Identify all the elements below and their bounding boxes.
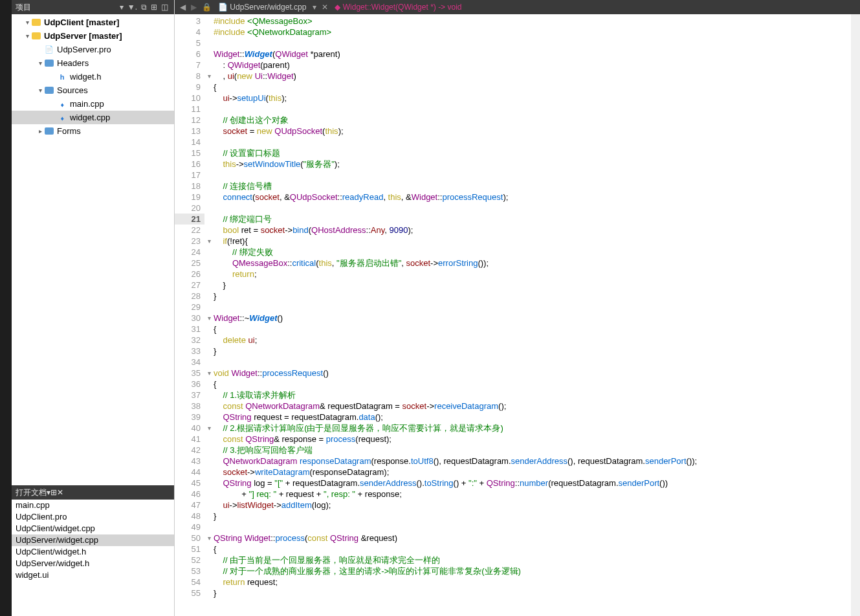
tree-item[interactable]: ⬧widget.cpp xyxy=(12,111,174,124)
close-icon[interactable]: ✕ xyxy=(57,488,63,497)
tree-item[interactable]: ▾Sources xyxy=(12,83,174,97)
symbol-crumb[interactable]: ◆ Widget::Widget(QWidget *) -> void xyxy=(335,3,461,12)
doc-item[interactable]: main.cpp xyxy=(12,500,174,511)
scrollbar[interactable] xyxy=(851,14,860,616)
tree-item[interactable]: ⬧main.cpp xyxy=(12,97,174,111)
fold-column[interactable]: ▾▾▾▾▾▾ xyxy=(204,14,214,616)
forward-icon[interactable]: ▶ xyxy=(191,3,197,12)
lock-icon[interactable]: 🔒 xyxy=(202,3,212,12)
back-icon[interactable]: ◀ xyxy=(180,3,186,12)
doc-item[interactable]: widget.ui xyxy=(12,569,174,581)
doc-item[interactable]: UdpClient.pro xyxy=(12,511,174,523)
line-gutter[interactable]: 3456789101112131415161718192021222324252… xyxy=(175,14,204,616)
editor-toolbar: ◀ ▶ 🔒 📄 UdpServer/widget.cpp ▾ ✕ ◆ Widge… xyxy=(175,0,860,14)
split-icon[interactable]: ◫ xyxy=(161,3,168,12)
doc-item[interactable]: UdpServer/widget.h xyxy=(12,558,174,569)
add-icon[interactable]: ⊞ xyxy=(151,3,157,12)
doc-item[interactable]: UdpClient/widget.cpp xyxy=(12,523,174,534)
tree-item[interactable]: ▸Forms xyxy=(12,124,174,138)
add-icon[interactable]: ⊞ xyxy=(50,488,57,497)
tree-item[interactable]: 📄UdpServer.pro xyxy=(12,43,174,56)
close-file-icon[interactable]: ✕ xyxy=(322,3,328,12)
file-crumb[interactable]: 📄 UdpServer/widget.cpp xyxy=(218,3,306,12)
project-title: 项目 xyxy=(16,2,31,13)
code-editor[interactable]: #include <QMessageBox>#include <QNetwork… xyxy=(214,14,851,616)
project-toolbar: 项目 ▾ ▼. ⧉ ⊞ ◫ xyxy=(12,0,174,14)
project-tree[interactable]: ▾UdpClient [master]▾UdpServer [master]📄U… xyxy=(12,14,174,485)
mode-bar[interactable] xyxy=(0,0,12,616)
open-docs-header: 打开文档 ▾ ⊞ ✕ xyxy=(12,485,174,500)
doc-item[interactable]: UdpServer/widget.cpp xyxy=(12,534,174,546)
tree-item[interactable]: ▾Headers xyxy=(12,56,174,70)
open-docs-list[interactable]: main.cppUdpClient.proUdpClient/widget.cp… xyxy=(12,500,174,616)
filter-icon[interactable]: ▼. xyxy=(127,3,137,12)
tree-item[interactable]: ▾UdpServer [master] xyxy=(12,29,174,43)
link-icon[interactable]: ⧉ xyxy=(141,3,147,12)
dropdown-icon[interactable]: ▾ xyxy=(120,3,124,12)
doc-item[interactable]: UdpClient/widget.h xyxy=(12,546,174,558)
tree-item[interactable]: ▾UdpClient [master] xyxy=(12,16,174,29)
tree-item[interactable]: hwidget.h xyxy=(12,70,174,83)
